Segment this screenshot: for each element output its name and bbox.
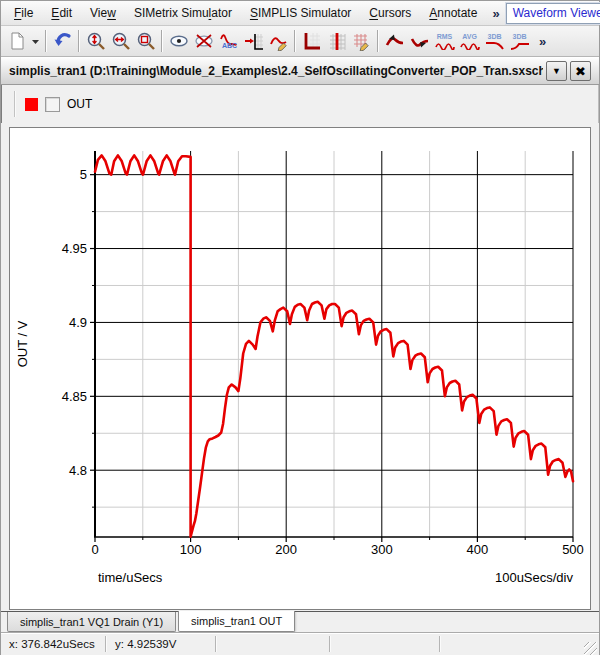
zoom-box-icon: [136, 31, 156, 51]
hide-curve-button[interactable]: [191, 28, 216, 54]
curve-color-swatch: [25, 98, 38, 111]
svg-text:OUT / V: OUT / V: [15, 320, 30, 367]
curve-up-icon: [385, 31, 405, 51]
add-grid-icon: [327, 31, 347, 51]
graph-title: simplis_tran1 (D:\Training\Module_2_Exam…: [9, 64, 543, 78]
menu-item-file[interactable]: File: [5, 3, 42, 23]
menu-overflow-chevron-icon[interactable]: »: [486, 6, 505, 21]
close-graph-button[interactable]: ✖: [570, 61, 591, 81]
menu-item-simplis-simulator[interactable]: SIMPLIS Simulator: [241, 3, 360, 23]
svg-text:100: 100: [180, 542, 202, 557]
avg-icon-label: AVG: [462, 33, 477, 40]
tab-simplis-tran1-vq1-drain-y1[interactable]: simplis_tran1 VQ1 Drain (Y1): [7, 612, 176, 632]
zoom-y-button[interactable]: [83, 28, 108, 54]
db-low-icon-label: 3DB: [487, 33, 501, 40]
new-document-icon: [7, 31, 27, 51]
toolbar-separator: [45, 30, 47, 52]
waveform-plot[interactable]: 54.954.94.854.80100200300400500time/uSec…: [10, 128, 592, 609]
tab-simplis-tran1-out[interactable]: simplis_tran1 OUT: [178, 611, 295, 632]
cursor-y-readout: y: 4.92539V: [107, 638, 215, 650]
graph-tabs: simplis_tran1 VQ1 Drain (Y1)simplis_tran…: [1, 612, 599, 632]
statusbar-separator: [439, 636, 441, 652]
zoom-y-icon: [86, 31, 106, 51]
viewer-mode-value: Waveform Viewer: [507, 6, 600, 20]
waveform-viewer-window: FileEditViewSIMetrix SimulatorSIMPLIS Si…: [0, 0, 600, 655]
db-high-icon: [510, 40, 530, 50]
curve-down-button[interactable]: [407, 28, 432, 54]
graph-title-bar: simplis_tran1 (D:\Training\Module_2_Exam…: [1, 57, 599, 85]
rms-button[interactable]: RMS: [432, 28, 457, 54]
svg-text:4.85: 4.85: [62, 389, 87, 404]
zoom-box-button[interactable]: [133, 28, 158, 54]
edit-curve-button[interactable]: [266, 28, 291, 54]
edit-grid-button[interactable]: [349, 28, 374, 54]
undo-button[interactable]: [50, 28, 75, 54]
db-high-icon-label: 3DB: [512, 33, 526, 40]
menu-item-annotate[interactable]: Annotate: [420, 3, 486, 23]
menu-item-edit[interactable]: Edit: [42, 3, 81, 23]
svg-text:300: 300: [371, 542, 393, 557]
menu-items: FileEditViewSIMetrix SimulatorSIMPLIS Si…: [5, 3, 486, 23]
rms-icon-label: RMS: [437, 33, 453, 40]
menu-bar: FileEditViewSIMetrix SimulatorSIMPLIS Si…: [1, 1, 599, 26]
edit-grid-icon: [352, 31, 372, 51]
add-axis-icon: [244, 31, 264, 51]
new-document-button[interactable]: [4, 28, 29, 54]
rms-icon: [435, 40, 455, 50]
svg-text:100uSecs/div: 100uSecs/div: [495, 570, 574, 585]
svg-text:5: 5: [80, 167, 87, 182]
plot-panel: 54.954.94.854.80100200300400500time/uSec…: [9, 127, 591, 610]
avg-icon: [460, 40, 480, 50]
svg-text:4.8: 4.8: [69, 463, 87, 478]
svg-text:500: 500: [562, 542, 584, 557]
cursor-x-readout: x: 376.842uSecs: [1, 638, 105, 650]
label-curve-icon: ABC: [219, 31, 239, 51]
legend-strip: OUT: [1, 85, 599, 123]
toolbar: ABCRMSAVG3DB3DB»: [1, 26, 599, 57]
resize-grip[interactable]: [584, 642, 597, 655]
add-y-axis-icon: [302, 31, 322, 51]
label-curve-button[interactable]: ABC: [216, 28, 241, 54]
hide-curve-icon: [194, 31, 214, 51]
svg-text:4.9: 4.9: [69, 315, 87, 330]
undo-icon: [53, 31, 73, 51]
db-low-button[interactable]: 3DB: [482, 28, 507, 54]
toolbar-separator: [294, 30, 296, 52]
menu-item-simetrix-simulator[interactable]: SIMetrix Simulator: [125, 3, 241, 23]
curve-visibility-checkbox[interactable]: [45, 97, 60, 112]
svg-text:0: 0: [91, 542, 98, 557]
zoom-x-icon: [111, 31, 131, 51]
dropdown-caret-icon: [31, 31, 40, 51]
viewer-mode-select[interactable]: Waveform Viewer ▼: [506, 3, 600, 24]
show-curve-icon: [169, 31, 189, 51]
collapse-graph-button[interactable]: ▼: [546, 61, 567, 81]
zoom-x-button[interactable]: [108, 28, 133, 54]
svg-text:400: 400: [467, 542, 489, 557]
curve-up-button[interactable]: [382, 28, 407, 54]
toolbar-separator: [78, 30, 80, 52]
statusbar-separator: [215, 636, 217, 652]
db-low-icon: [485, 40, 505, 50]
menu-item-view[interactable]: View: [81, 3, 125, 23]
toolbar-separator: [377, 30, 379, 52]
show-curve-button[interactable]: [166, 28, 191, 54]
edit-curve-icon: [269, 31, 289, 51]
svg-text:ABC: ABC: [222, 42, 237, 49]
curve-name-label: OUT: [67, 97, 92, 111]
add-grid-button[interactable]: [324, 28, 349, 54]
svg-text:4.95: 4.95: [62, 241, 87, 256]
svg-text:time/uSecs: time/uSecs: [98, 570, 163, 585]
dropdown-caret-button[interactable]: [29, 28, 42, 54]
statusbar-separator: [329, 636, 331, 652]
toolbar-separator: [161, 30, 163, 52]
legend-groove: [14, 91, 16, 117]
add-axis-button[interactable]: [241, 28, 266, 54]
menu-item-cursors[interactable]: Cursors: [360, 3, 420, 23]
add-y-axis-button[interactable]: [299, 28, 324, 54]
toolbar-overflow-chevron-icon[interactable]: »: [534, 34, 551, 49]
svg-text:200: 200: [275, 542, 297, 557]
curve-down-icon: [410, 31, 430, 51]
avg-button[interactable]: AVG: [457, 28, 482, 54]
db-high-button[interactable]: 3DB: [507, 28, 532, 54]
status-bar: x: 376.842uSecs y: 4.92539V: [1, 632, 599, 655]
